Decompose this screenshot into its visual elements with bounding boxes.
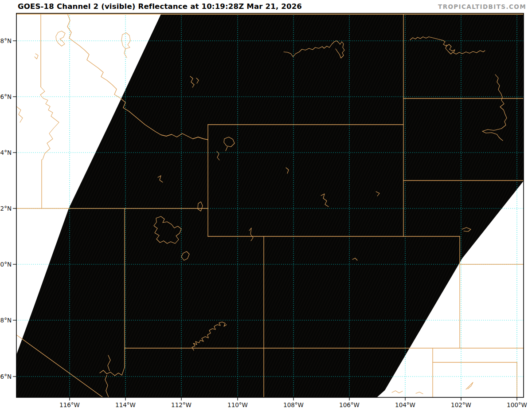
lat-tick-label: 38°N [0,317,12,324]
lon-tick-label: 102°W [451,401,471,408]
goes-satellite-image-page: GOES-18 Channel 2 (visible) Reflectance … [0,0,532,412]
lon-tick-label: 110°W [227,401,248,408]
lon-tick-label: 104°W [395,401,415,408]
lon-tick-label: 108°W [283,401,304,408]
lon-tick-label: 106°W [339,401,360,408]
lon-tick-label: 100°W [507,401,527,408]
lon-tick-label: 116°W [59,401,80,408]
lat-tick-label: 42°N [0,205,12,212]
lat-tick-label: 44°N [0,149,12,156]
lon-tick-label: 112°W [171,401,192,408]
lat-tick-label: 36°N [0,373,12,380]
satellite-map-image: 116°W114°W112°W110°W108°W106°W104°W102°W… [0,0,532,412]
lat-tick-label: 48°N [0,37,12,44]
lat-tick-label: 40°N [0,261,12,268]
lon-tick-label: 114°W [115,401,136,408]
lat-tick-label: 46°N [0,93,12,100]
